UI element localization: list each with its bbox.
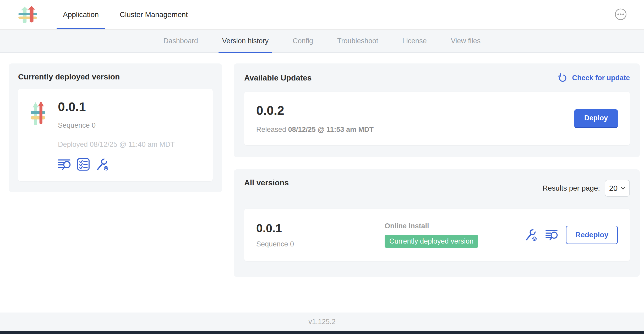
edit-config-button[interactable]	[525, 228, 538, 241]
refresh-icon	[557, 72, 568, 83]
row-version-number: 0.0.1	[256, 222, 385, 235]
available-updates-card: Available Updates Check for update 0.0.2…	[234, 63, 640, 157]
chevron-down-icon	[621, 187, 625, 190]
deploy-button[interactable]: Deploy	[574, 109, 618, 128]
all-versions-card: All versions Results per page: 20 0.0.1 …	[234, 169, 640, 277]
subnav-troubleshoot-label: Troubleshoot	[337, 37, 378, 45]
currently-deployed-badge: Currently deployed version	[385, 235, 478, 248]
version-row-actions: Redeploy	[525, 226, 618, 244]
overflow-menu-button[interactable]	[615, 8, 627, 21]
ellipsis-circle-icon	[615, 8, 627, 20]
app-logo-icon	[31, 101, 45, 126]
tab-application-label: Application	[63, 10, 99, 19]
deployed-version-details: 0.0.1 Sequence 0 Deployed 08/12/25 @ 11:…	[58, 100, 175, 171]
deployed-column: Currently deployed version 0.0.1 Sequenc…	[9, 63, 222, 313]
version-row-status: Online Install Currently deployed versio…	[385, 222, 478, 248]
install-type-label: Online Install	[385, 222, 478, 230]
view-logs-icon	[545, 229, 558, 241]
version-row-info: 0.0.1 Sequence 0	[256, 222, 385, 248]
subnav-view-files-label: View files	[451, 37, 481, 45]
available-updates-header: Available Updates Check for update	[244, 72, 630, 83]
deployed-version-panel: 0.0.1 Sequence 0 Deployed 08/12/25 @ 11:…	[18, 89, 213, 181]
results-per-page-value: 20	[609, 184, 618, 193]
config-wrench-icon	[525, 228, 538, 241]
check-for-update-label: Check for update	[572, 74, 630, 82]
app-logo	[18, 0, 37, 29]
subnav-troubleshoot[interactable]: Troubleshoot	[325, 30, 390, 52]
all-versions-header: All versions Results per page: 20	[244, 178, 630, 197]
results-per-page-select[interactable]: 20	[605, 180, 630, 197]
subnav-version-history[interactable]: Version history	[210, 30, 281, 52]
subnav-config[interactable]: Config	[281, 30, 325, 52]
available-update-row: 0.0.2 Released 08/12/25 @ 11:53 am MDT D…	[244, 92, 630, 145]
update-version-number: 0.0.2	[256, 103, 374, 118]
view-logs-icon	[58, 158, 71, 171]
subnav-config-label: Config	[293, 37, 313, 45]
tab-cluster-management-label: Cluster Management	[120, 10, 188, 19]
preflight-checks-button[interactable]	[77, 158, 90, 171]
subnav-view-files[interactable]: View files	[439, 30, 493, 52]
top-header: Application Cluster Management	[0, 0, 644, 30]
subnav-license[interactable]: License	[390, 30, 439, 52]
version-row: 0.0.1 Sequence 0 Online Install Currentl…	[244, 209, 630, 261]
page-footer: v1.125.2	[0, 313, 644, 331]
tab-cluster-management[interactable]: Cluster Management	[109, 0, 198, 29]
config-wrench-icon	[96, 158, 109, 171]
subnav-dashboard-label: Dashboard	[163, 37, 198, 45]
update-details: 0.0.2 Released 08/12/25 @ 11:53 am MDT	[256, 103, 374, 134]
subnav-dashboard[interactable]: Dashboard	[151, 30, 210, 52]
deployed-card-title: Currently deployed version	[18, 72, 213, 81]
check-for-update-link[interactable]: Check for update	[557, 72, 630, 83]
app-logo-icon	[18, 6, 37, 24]
tab-application[interactable]: Application	[52, 0, 109, 29]
results-per-page: Results per page: 20	[543, 180, 630, 197]
view-logs-button[interactable]	[58, 158, 71, 171]
edit-config-button[interactable]	[96, 158, 109, 171]
released-date: 08/12/25 @ 11:53 am MDT	[288, 126, 374, 133]
console-version-label: v1.125.2	[308, 318, 336, 326]
deployed-version-number: 0.0.1	[58, 100, 175, 114]
updates-column: Available Updates Check for update 0.0.2…	[234, 63, 640, 313]
main-content: Currently deployed version 0.0.1 Sequenc…	[0, 53, 644, 313]
deployed-timestamp: Deployed 08/12/25 @ 11:40 am MDT	[58, 141, 175, 149]
released-prefix: Released	[256, 126, 286, 133]
currently-deployed-card: Currently deployed version 0.0.1 Sequenc…	[9, 63, 222, 192]
update-released-timestamp: Released 08/12/25 @ 11:53 am MDT	[256, 126, 374, 134]
subnav-license-label: License	[402, 37, 427, 45]
deployed-actions	[58, 158, 175, 171]
app-subnav: Dashboard Version history Config Trouble…	[0, 30, 644, 53]
view-logs-button[interactable]	[545, 229, 558, 241]
deployed-sequence: Sequence 0	[58, 121, 175, 130]
preflight-checks-icon	[77, 158, 90, 171]
all-versions-title: All versions	[244, 178, 289, 187]
available-updates-title: Available Updates	[244, 73, 312, 82]
row-sequence: Sequence 0	[256, 240, 385, 248]
results-per-page-label: Results per page:	[543, 184, 600, 192]
bottom-bar	[0, 331, 644, 334]
redeploy-button[interactable]: Redeploy	[566, 226, 618, 244]
subnav-version-history-label: Version history	[222, 37, 269, 45]
